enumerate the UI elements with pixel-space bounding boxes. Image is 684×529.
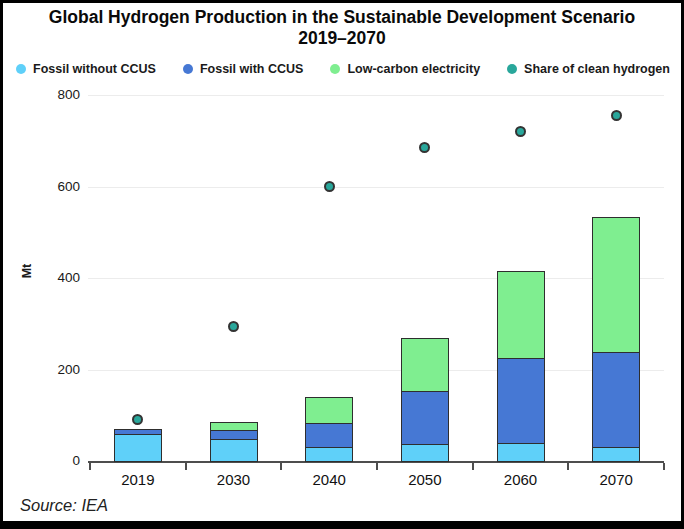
gridline-y-400 — [88, 278, 664, 279]
x-tick-label-2050: 2050 — [377, 471, 472, 489]
x-axis-tick — [472, 463, 474, 470]
gridline-y-200 — [88, 370, 664, 371]
x-axis-tick — [376, 463, 378, 470]
bar-segment-2030-low-carbon-electricity — [210, 422, 258, 432]
bar-segment-2060-fossil-without-ccus — [497, 443, 545, 462]
bar-segment-2040-fossil-with-ccus — [305, 423, 353, 448]
bar-segment-2050-fossil-without-ccus — [401, 444, 449, 462]
source-note: Source: IEA — [20, 496, 108, 515]
bar-segment-2050-low-carbon-electricity — [401, 338, 449, 392]
gridline-y-800 — [88, 95, 664, 96]
plot-area: Mt 0200400600800201920302040205020602070 — [0, 0, 684, 529]
x-tick-label-2060: 2060 — [473, 471, 568, 489]
x-axis-tick — [663, 463, 665, 470]
bar-segment-2070-low-carbon-electricity — [592, 217, 640, 353]
x-axis-tick — [567, 463, 569, 470]
x-axis-tick — [185, 463, 187, 470]
x-tick-label-2030: 2030 — [186, 471, 281, 489]
bar-segment-2060-low-carbon-electricity — [497, 271, 545, 359]
scatter-dot-2060 — [515, 126, 526, 137]
y-tick-label-0: 0 — [30, 453, 80, 469]
bar-segment-2030-fossil-with-ccus — [210, 430, 258, 440]
x-axis-tick — [89, 463, 91, 470]
bar-segment-2040-low-carbon-electricity — [305, 397, 353, 424]
bar-segment-2019-fossil-with-ccus — [114, 429, 162, 435]
x-tick-label-2070: 2070 — [569, 471, 664, 489]
chart-figure: Global Hydrogen Production in the Sustai… — [0, 0, 684, 529]
y-tick-label-400: 400 — [30, 270, 80, 286]
bar-segment-2040-fossil-without-ccus — [305, 447, 353, 462]
y-tick-label-200: 200 — [30, 362, 80, 378]
bar-segment-2060-fossil-with-ccus — [497, 358, 545, 444]
x-tick-label-2019: 2019 — [90, 471, 185, 489]
bar-segment-2070-fossil-with-ccus — [592, 352, 640, 448]
y-tick-label-800: 800 — [30, 87, 80, 103]
bar-segment-2070-fossil-without-ccus — [592, 447, 640, 462]
y-tick-label-600: 600 — [30, 179, 80, 195]
scatter-dot-2070 — [611, 110, 622, 121]
x-axis-tick — [280, 463, 282, 470]
bar-segment-2030-fossil-without-ccus — [210, 439, 258, 462]
gridline-y-600 — [88, 187, 664, 188]
scatter-dot-2030 — [228, 321, 239, 332]
bar-segment-2019-fossil-without-ccus — [114, 434, 162, 462]
scatter-dot-2040 — [324, 181, 335, 192]
scatter-dot-2050 — [419, 142, 430, 153]
x-tick-label-2040: 2040 — [282, 471, 377, 489]
bar-segment-2050-fossil-with-ccus — [401, 391, 449, 444]
scatter-dot-2019 — [132, 414, 143, 425]
